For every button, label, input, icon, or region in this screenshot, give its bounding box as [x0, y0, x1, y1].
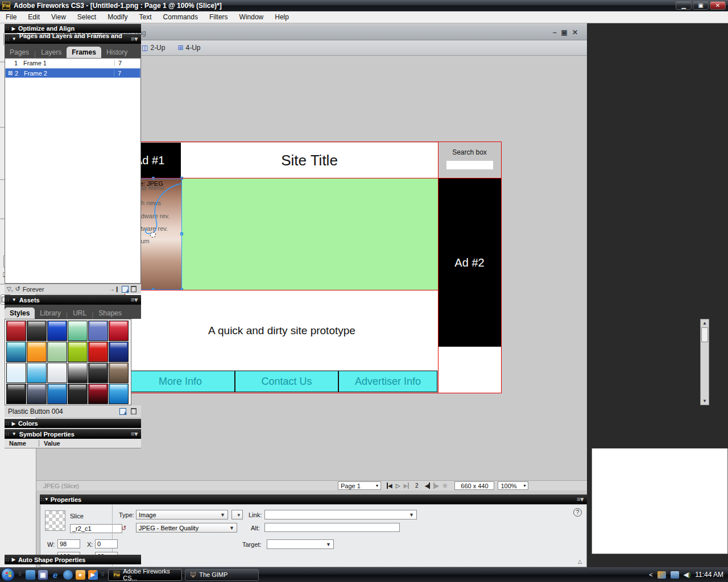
style-swatch[interactable]: [27, 342, 47, 362]
menu-help[interactable]: Help: [269, 13, 295, 21]
symbol-properties-header[interactable]: ∷▼Symbol Properties ≡▾: [5, 429, 141, 439]
slice-name-input[interactable]: [70, 524, 122, 533]
style-swatch[interactable]: [109, 342, 129, 362]
internet-explorer-icon[interactable]: e: [51, 570, 60, 580]
slice-color-swatch[interactable]: ▾: [231, 510, 243, 519]
switch-windows-icon[interactable]: ▣: [38, 570, 48, 580]
colors-panel-header[interactable]: ∷▶Colors: [5, 419, 141, 428]
menu-commands[interactable]: Commands: [158, 13, 204, 21]
menu-edit[interactable]: Edit: [22, 13, 46, 21]
four-up-view-button[interactable]: ⊞ 4-Up: [173, 43, 205, 53]
scroll-up-icon[interactable]: ▲: [701, 321, 709, 326]
taskbar-fireworks-button[interactable]: Fw Adobe Fireworks CS...: [108, 569, 182, 581]
style-swatch[interactable]: [47, 384, 67, 404]
onion-skin-icon[interactable]: ⊠: [6, 70, 15, 76]
more-info-button[interactable]: More Info: [126, 371, 235, 392]
w-input[interactable]: [57, 539, 80, 548]
style-swatch[interactable]: [27, 363, 47, 383]
doc-close-icon[interactable]: ✕: [572, 28, 582, 36]
tab-shapes[interactable]: Shapes: [93, 307, 127, 319]
slice-type-dropdown[interactable]: Image▼: [136, 510, 228, 519]
style-swatch[interactable]: [68, 363, 88, 383]
style-swatch[interactable]: [68, 342, 88, 362]
style-swatch[interactable]: [27, 384, 47, 404]
tab-layers[interactable]: Layers: [36, 47, 67, 58]
tray-update-icon[interactable]: [657, 571, 666, 579]
clock[interactable]: 11:44 AM: [695, 571, 723, 579]
doc-restore-icon[interactable]: ▣: [561, 28, 572, 36]
styles-scrollbar[interactable]: ▲ ▼: [700, 319, 709, 405]
delete-frame-icon[interactable]: [131, 286, 136, 292]
play-icon[interactable]: ▷: [396, 483, 400, 489]
auto-shape-properties-header[interactable]: ∷▶Auto Shape Properties: [5, 555, 141, 564]
pages-panel-header[interactable]: ∷▼Pages and Layers and Frames and ... ≡▾: [5, 34, 141, 44]
target-dropdown[interactable]: ▼: [267, 539, 334, 549]
doc-minimize-icon[interactable]: –: [553, 28, 561, 36]
style-swatch[interactable]: [109, 321, 129, 341]
style-swatch[interactable]: [47, 321, 67, 341]
next-frame-icon[interactable]: ▶: [433, 483, 439, 489]
style-swatch[interactable]: [88, 384, 108, 404]
style-swatch[interactable]: [6, 342, 26, 362]
minimize-button[interactable]: ▁: [676, 1, 692, 10]
style-swatch[interactable]: [27, 321, 47, 341]
style-swatch[interactable]: [6, 321, 26, 341]
start-button[interactable]: [1, 568, 15, 581]
style-swatch[interactable]: [6, 384, 26, 404]
tab-frames[interactable]: Frames: [67, 47, 101, 58]
last-frame-icon[interactable]: ▶: [403, 483, 409, 489]
tab-url[interactable]: URL: [68, 307, 92, 319]
style-swatch[interactable]: [109, 384, 129, 404]
loop-count-label[interactable]: Forever: [23, 286, 44, 293]
contact-us-button[interactable]: Contact Us: [235, 371, 338, 392]
properties-menu-icon[interactable]: ≡▾: [577, 496, 584, 503]
onion-skinning-icon[interactable]: ▽,: [7, 286, 13, 292]
tab-styles[interactable]: Styles: [5, 307, 35, 319]
style-swatch[interactable]: [88, 342, 108, 362]
style-swatch[interactable]: [88, 321, 108, 341]
x-input[interactable]: [95, 539, 118, 548]
help-icon[interactable]: ?: [573, 508, 582, 517]
style-swatch[interactable]: [47, 363, 67, 383]
symbol-properties-menu-icon[interactable]: ≡▾: [131, 430, 138, 438]
gif-looping-icon[interactable]: ↺: [15, 285, 20, 293]
tab-pages[interactable]: Pages: [5, 47, 34, 58]
page-selector[interactable]: Page 1▾: [338, 481, 381, 490]
search-input-mock[interactable]: [446, 161, 493, 169]
menu-filters[interactable]: Filters: [204, 13, 234, 21]
frame2-delay[interactable]: 7: [114, 70, 140, 77]
tray-chevron-icon[interactable]: <: [649, 571, 652, 578]
properties-header[interactable]: ∷▼ Properties ≡▾: [40, 494, 587, 504]
frame1-delay[interactable]: 7: [114, 60, 140, 66]
style-swatch[interactable]: [88, 363, 108, 383]
menu-modify[interactable]: Modify: [102, 13, 133, 21]
style-swatch[interactable]: [6, 363, 26, 383]
new-frame-icon[interactable]: [122, 286, 129, 293]
menu-select[interactable]: Select: [72, 13, 102, 21]
outlook-icon[interactable]: ●: [76, 570, 85, 580]
delete-style-icon[interactable]: [131, 408, 136, 414]
advertiser-info-button[interactable]: Advertiser Info: [338, 371, 437, 392]
new-style-icon[interactable]: [119, 408, 126, 415]
menu-text[interactable]: Text: [134, 13, 158, 21]
menu-view[interactable]: View: [46, 13, 72, 21]
close-button[interactable]: ✕: [710, 1, 726, 10]
frame-row-2[interactable]: ⊠ 2 Frame 2 7: [5, 68, 140, 78]
tab-library[interactable]: Library: [35, 307, 66, 319]
tray-network-icon[interactable]: [671, 571, 679, 579]
two-up-view-button[interactable]: ◫ 2-Up: [137, 43, 169, 53]
menu-file[interactable]: File: [0, 13, 22, 21]
frame-row-1[interactable]: 1 Frame 1 7: [5, 59, 140, 68]
stop-icon[interactable]: ⊗: [442, 483, 447, 489]
style-swatch[interactable]: [109, 363, 129, 383]
thunderbird-icon[interactable]: [63, 570, 73, 580]
show-desktop-icon[interactable]: [26, 570, 35, 580]
collapse-properties-icon[interactable]: △: [578, 559, 582, 564]
zoom-level-selector[interactable]: 100%▾: [498, 481, 528, 490]
first-frame-icon[interactable]: ◀: [387, 483, 392, 489]
quality-dropdown[interactable]: JPEG - Better Quality▼: [136, 523, 237, 533]
alt-input[interactable]: [264, 523, 400, 532]
assets-panel-header[interactable]: ∷▼Assets ≡▾: [5, 295, 141, 305]
style-swatch[interactable]: [47, 342, 67, 362]
pages-panel-menu-icon[interactable]: ≡▾: [131, 35, 138, 43]
